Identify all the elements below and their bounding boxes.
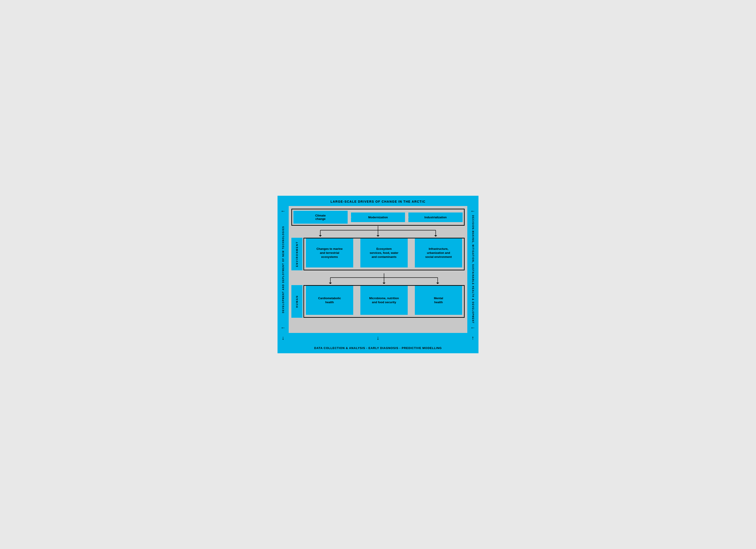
driver-divider-1: [349, 209, 350, 225]
env-cell-1: Changes to marine and terrestrial ecosys…: [306, 238, 353, 267]
driver-cell-2: Modernization: [351, 212, 405, 222]
env-arrow-1: [355, 251, 359, 254]
bottom-center-arrow-cell: ↓: [289, 335, 467, 341]
driver-cell-1: Climate change: [293, 211, 348, 224]
drivers-inner: Climate change Modernization: [291, 209, 465, 226]
main-container: LARGE-SCALE DRIVERS OF CHANGE IN THE ARC…: [278, 196, 478, 353]
environment-cells-area: Changes to marine and terrestrial ecosys…: [303, 238, 465, 270]
env-cell-3: Infrastructure, urbanization and social …: [415, 238, 462, 267]
left-label-column: ← DEVELOPMENT AND DEPLOYMENT OF NEW TECH…: [278, 206, 289, 333]
human-arrow-2: [409, 299, 414, 302]
branch-svg-human: [303, 273, 465, 284]
bottom-left-arrow-cell: ↓: [278, 335, 289, 341]
left-label-text: DEVELOPMENT AND DEPLOYMENT OF NEW TECHNO…: [282, 226, 284, 313]
svg-marker-5: [319, 235, 322, 236]
svg-marker-6: [376, 235, 379, 236]
svg-marker-7: [434, 235, 437, 236]
svg-marker-14: [382, 283, 385, 284]
drivers-row: Climate change Modernization: [289, 206, 467, 226]
driver-arrow-1: [349, 215, 351, 219]
left-arrow-bottom: ←: [281, 325, 286, 331]
right-label-text-wrap: DECISION-MAKING, MITIGATION, SUSTAINABLE…: [472, 215, 474, 324]
bottom-bar: ↓ ↓ ↑: [278, 333, 478, 343]
branch-connector-human: [289, 273, 467, 285]
environment-section: ENVIRONMENT Changes to marine and terres…: [289, 238, 467, 273]
human-label: HUMAN: [296, 295, 298, 308]
footer: DATA COLLECTION & ANALYSIS - EARLY DIAGN…: [278, 343, 478, 353]
svg-marker-15: [436, 283, 439, 284]
human-cells-area: Cardiometabolic health: [303, 285, 465, 318]
bottom-center-arrow: ↓: [377, 335, 379, 341]
driver-cell-3: Industrialization: [408, 212, 463, 222]
human-cell-1: Cardiometabolic health: [306, 286, 353, 315]
env-cell-2: Ecosystem services, food, water and cont…: [360, 238, 408, 267]
right-label-column: ← DECISION-MAKING, MITIGATION, SUSTAINAB…: [467, 206, 478, 333]
main-title: LARGE-SCALE DRIVERS OF CHANGE IN THE ARC…: [278, 196, 478, 206]
human-cell-3: Mental health: [415, 286, 462, 315]
left-arrow-top: ←: [281, 208, 286, 214]
bottom-left-arrow: ↓: [282, 335, 284, 341]
right-arrow-bottom: ←: [470, 325, 475, 331]
branch-connector-env: [289, 226, 467, 238]
bottom-right-arrow: ↑: [472, 335, 474, 341]
human-cell-2: Microbiome, nutrition and food security: [360, 286, 408, 315]
left-label-text-wrap: DEVELOPMENT AND DEPLOYMENT OF NEW TECHNO…: [282, 215, 284, 324]
right-arrow-top: ←: [470, 208, 475, 214]
environment-label-box: ENVIRONMENT: [291, 238, 303, 270]
svg-marker-13: [329, 283, 332, 284]
human-arrow-1: [355, 299, 359, 302]
human-label-box: HUMAN: [291, 285, 303, 318]
environment-label: ENVIRONMENT: [296, 241, 298, 267]
body-area: ← DEVELOPMENT AND DEPLOYMENT OF NEW TECH…: [278, 206, 478, 333]
outer-wrapper: LARGE-SCALE DRIVERS OF CHANGE IN THE ARC…: [271, 189, 485, 360]
branch-svg-env: [291, 226, 465, 237]
driver-arrow-2: [407, 215, 409, 219]
bottom-right-arrow-cell: ↑: [467, 335, 478, 341]
driver-divider-2: [406, 209, 407, 225]
right-label-text: DECISION-MAKING, MITIGATION, SUSTAINABLE…: [472, 215, 474, 324]
env-arrow-2: [409, 251, 414, 254]
center-content: Climate change Modernization: [289, 206, 467, 333]
environment-cells-grid: Changes to marine and terrestrial ecosys…: [304, 238, 464, 270]
human-section: HUMAN Cardiometabolic health: [289, 285, 467, 321]
human-cells-grid: Cardiometabolic health: [304, 286, 464, 317]
